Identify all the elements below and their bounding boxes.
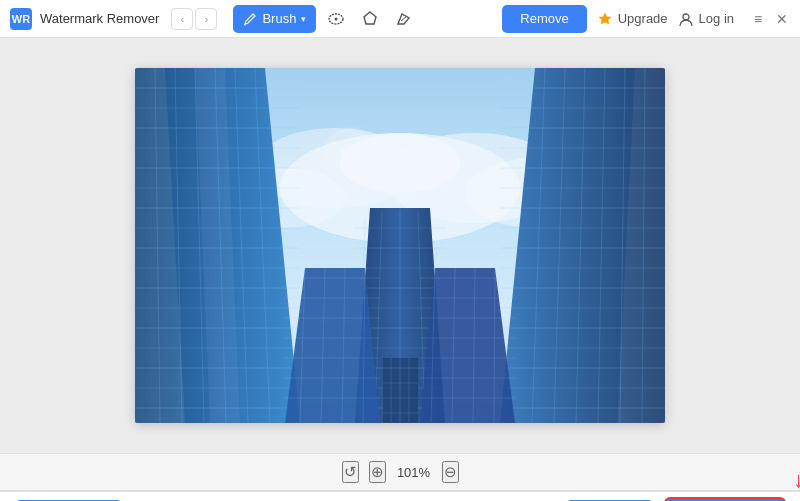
close-button[interactable]: ✕ — [774, 11, 790, 27]
zoom-out-button[interactable]: ⊖ — [442, 461, 459, 483]
app-name: Watermark Remover — [40, 11, 159, 26]
svg-line-2 — [401, 17, 406, 21]
eraser-tool-button[interactable] — [390, 5, 418, 33]
zoom-bar: ↺ ⊕ 101% ⊖ — [0, 453, 800, 491]
arrow-indicator: ↓ — [793, 469, 800, 491]
image-canvas[interactable] — [135, 68, 665, 423]
tool-buttons: Brush ▾ — [233, 5, 418, 33]
titlebar: WR Watermark Remover ‹ › Brush ▾ — [0, 0, 800, 38]
upgrade-icon — [597, 11, 613, 27]
building-image — [135, 68, 665, 423]
svg-point-1 — [335, 17, 338, 20]
download-button-wrap: ↓ Download — [664, 497, 786, 502]
menu-button[interactable]: ≡ — [750, 11, 766, 27]
canvas-area — [0, 38, 800, 453]
polygon-icon — [361, 10, 379, 28]
svg-point-3 — [683, 14, 689, 20]
user-icon — [678, 11, 694, 27]
svg-rect-111 — [135, 68, 665, 423]
bottom-right-actions: Crop ↓ Download — [565, 497, 786, 502]
brush-chevron-icon: ▾ — [301, 14, 306, 24]
brush-icon — [243, 12, 257, 26]
zoom-level: 101% — [396, 465, 432, 480]
forward-button[interactable]: › — [195, 8, 217, 30]
lasso-icon — [327, 10, 345, 28]
back-button[interactable]: ‹ — [171, 8, 193, 30]
brush-tool-button[interactable]: Brush ▾ — [233, 5, 316, 33]
app-logo: WR — [10, 8, 32, 30]
nav-buttons: ‹ › — [171, 8, 217, 30]
zoom-in-button[interactable]: ⊕ — [369, 461, 386, 483]
bottom-bar: New Image Crop ↓ Download — [0, 491, 800, 501]
polygon-tool-button[interactable] — [356, 5, 384, 33]
upgrade-button[interactable]: Upgrade — [597, 11, 668, 27]
window-controls: ≡ ✕ — [750, 11, 790, 27]
lasso-tool-button[interactable] — [322, 5, 350, 33]
eraser-icon — [395, 10, 413, 28]
remove-button[interactable]: Remove — [502, 5, 586, 33]
rotate-button[interactable]: ↺ — [342, 461, 359, 483]
titlebar-right: Remove Upgrade Log in ≡ ✕ — [502, 5, 790, 33]
login-button[interactable]: Log in — [678, 11, 734, 27]
download-button[interactable]: Download — [664, 497, 786, 502]
